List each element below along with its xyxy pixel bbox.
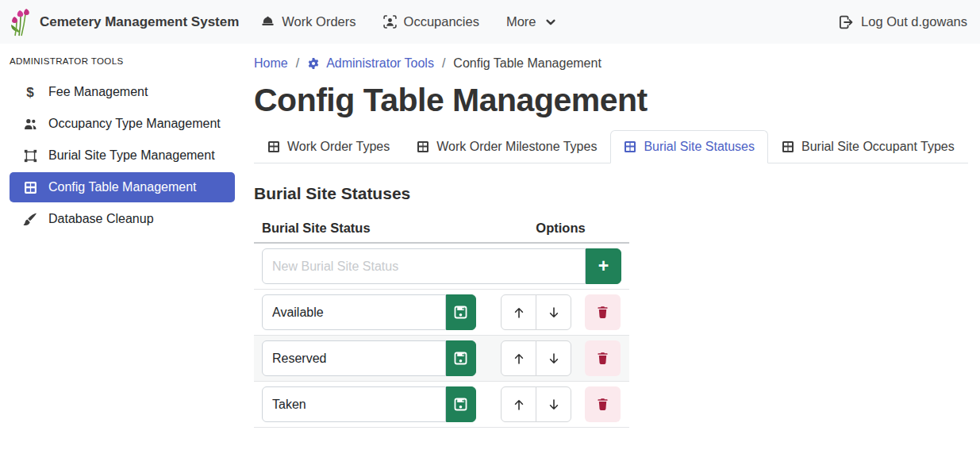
- tab-burial-site-statuses[interactable]: Burial Site Statuses: [610, 130, 768, 163]
- tab-label: Work Order Types: [287, 140, 390, 154]
- sidebar-item-database-cleanup[interactable]: Database Cleanup: [10, 204, 235, 234]
- sidebar-item-label: Database Cleanup: [48, 212, 154, 226]
- sidebar-heading: ADMINISTRATOR TOOLS: [0, 50, 244, 77]
- arrow-up-icon: [513, 398, 525, 411]
- logout-label: Log Out d.gowans: [861, 14, 967, 29]
- breadcrumb-separator: /: [296, 56, 299, 71]
- nav-link-label: Occupancies: [404, 14, 479, 29]
- move-down-button[interactable]: [536, 294, 571, 330]
- sidebar-item-burial-site-type-management[interactable]: Burial Site Type Management: [10, 140, 235, 171]
- move-down-button[interactable]: [536, 340, 571, 376]
- breadcrumb-current: Config Table Management: [453, 56, 601, 71]
- nav-occupancies[interactable]: Occupancies: [383, 14, 479, 29]
- chevron-down-icon: [545, 17, 556, 28]
- sidebar-item-occupancy-type-management[interactable]: Occupancy Type Management: [10, 109, 235, 139]
- column-header-options: Options: [500, 221, 621, 236]
- arrow-up-icon: [513, 352, 525, 365]
- reorder-button-group: [501, 294, 571, 330]
- sidebar-item-label: Burial Site Type Management: [48, 148, 215, 163]
- section-heading: Burial Site Statuses: [254, 184, 968, 203]
- brush-icon: [22, 213, 38, 226]
- logout-button[interactable]: Log Out d.gowans: [839, 14, 967, 29]
- table-icon: [417, 140, 429, 153]
- trash-icon: [596, 352, 609, 365]
- app-title: Cemetery Management System: [40, 14, 239, 30]
- gear-icon: [307, 57, 320, 70]
- save-floppy-icon: [454, 352, 467, 365]
- trash-icon: [596, 398, 609, 411]
- tab-label: Work Order Milestone Types: [436, 140, 597, 154]
- page-title: Config Table Management: [254, 82, 968, 119]
- breadcrumb-admin-tools-link[interactable]: Administrator Tools: [307, 56, 434, 71]
- sidebar-item-fee-management[interactable]: $ Fee Management: [10, 77, 235, 107]
- table-row: [254, 382, 629, 428]
- new-burial-site-status-input[interactable]: [262, 248, 586, 284]
- people-icon: [22, 117, 38, 131]
- reorder-button-group: [501, 386, 571, 422]
- sidebar-item-config-table-management[interactable]: Config Table Management: [10, 172, 235, 202]
- nav-more[interactable]: More: [506, 14, 556, 29]
- nav-work-orders[interactable]: Work Orders: [261, 14, 355, 29]
- plus-icon: +: [598, 257, 609, 275]
- delete-button[interactable]: [585, 294, 621, 330]
- tab-burial-site-occupant-types[interactable]: Burial Site Occupant Types: [768, 130, 968, 163]
- save-button[interactable]: [446, 340, 476, 376]
- person-bounding-box-icon: [383, 15, 397, 29]
- dollar-icon: $: [22, 86, 38, 99]
- table-row: [254, 336, 629, 382]
- reorder-button-group: [501, 340, 571, 376]
- brand[interactable]: Cemetery Management System: [10, 7, 239, 37]
- table-row-new: +: [254, 244, 629, 290]
- top-navbar: Cemetery Management System Work Orders: [0, 0, 980, 44]
- hard-hat-icon: [261, 15, 275, 29]
- sidebar-item-label: Config Table Management: [48, 180, 197, 194]
- navbar-links: Work Orders Occupancies More: [261, 14, 555, 29]
- table-icon: [782, 140, 794, 153]
- breadcrumb: Home / Administrator Tools / Config Tabl…: [254, 56, 968, 71]
- main-content: Home / Administrator Tools / Config Tabl…: [244, 44, 980, 469]
- move-up-button[interactable]: [501, 386, 536, 422]
- table-icon: [22, 181, 38, 194]
- nav-link-label: More: [506, 14, 536, 29]
- move-down-button[interactable]: [536, 386, 571, 422]
- nav-link-label: Work Orders: [282, 14, 355, 29]
- tab-label: Burial Site Statuses: [644, 140, 755, 154]
- sidebar: ADMINISTRATOR TOOLS $ Fee Management Occ…: [0, 44, 244, 469]
- save-button[interactable]: [446, 386, 476, 422]
- column-header-burial-site-status: Burial Site Status: [262, 221, 500, 236]
- sidebar-item-label: Fee Management: [48, 85, 148, 99]
- move-up-button[interactable]: [501, 340, 536, 376]
- tulip-logo-icon: [10, 7, 32, 37]
- delete-button[interactable]: [585, 340, 621, 376]
- add-button[interactable]: +: [586, 248, 621, 284]
- arrow-up-icon: [513, 306, 525, 319]
- table-header-row: Burial Site Status Options: [254, 214, 629, 244]
- move-up-button[interactable]: [501, 294, 536, 330]
- tab-work-order-types[interactable]: Work Order Types: [254, 130, 403, 163]
- sidebar-item-label: Occupancy Type Management: [48, 117, 221, 131]
- breadcrumb-label: Administrator Tools: [326, 56, 434, 71]
- status-name-input[interactable]: [262, 386, 446, 422]
- bounding-box-icon: [22, 149, 38, 163]
- table-icon: [624, 140, 636, 153]
- breadcrumb-home-link[interactable]: Home: [254, 56, 288, 71]
- table-icon: [267, 140, 280, 153]
- logout-icon: [839, 15, 853, 29]
- arrow-down-icon: [548, 398, 560, 411]
- burial-site-status-table: Burial Site Status Options +: [254, 214, 629, 428]
- save-floppy-icon: [454, 398, 467, 411]
- save-floppy-icon: [454, 306, 467, 319]
- save-button[interactable]: [446, 294, 476, 330]
- arrow-down-icon: [548, 306, 560, 319]
- status-name-input[interactable]: [262, 294, 446, 330]
- tab-work-order-milestone-types[interactable]: Work Order Milestone Types: [403, 130, 610, 163]
- table-row: [254, 290, 629, 336]
- breadcrumb-separator: /: [442, 56, 445, 71]
- arrow-down-icon: [548, 352, 560, 365]
- tab-bar: Work Order Types Work Order Milestone Ty…: [254, 130, 968, 163]
- status-name-input[interactable]: [262, 340, 446, 376]
- trash-icon: [596, 306, 609, 319]
- tab-label: Burial Site Occupant Types: [801, 140, 955, 154]
- delete-button[interactable]: [585, 386, 621, 422]
